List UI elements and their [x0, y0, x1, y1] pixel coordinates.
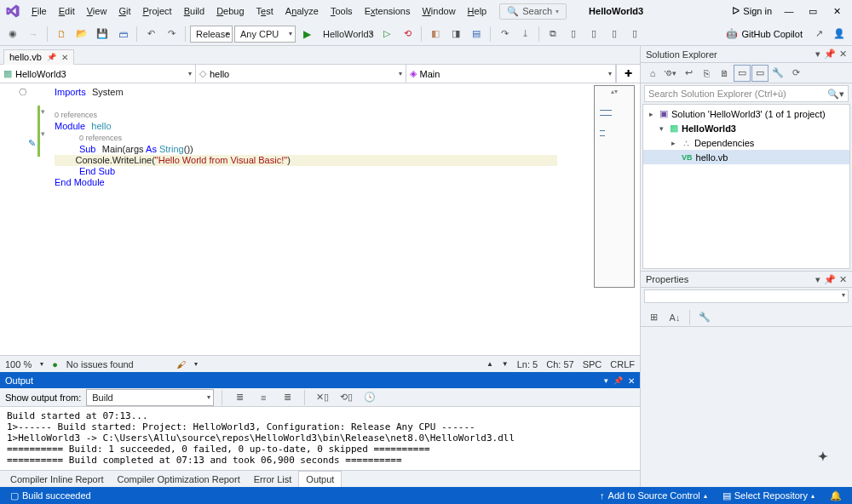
se-back-button[interactable]: ↩ [680, 65, 697, 82]
overview-ruler[interactable]: ▴▾ [594, 85, 635, 288]
menu-view[interactable]: View [81, 3, 113, 19]
close-button[interactable]: ✕ [825, 2, 849, 20]
se-showall-button[interactable]: 🗎 [716, 65, 733, 82]
expand-icon[interactable]: ▾ [657, 124, 666, 133]
menu-tools[interactable]: Tools [325, 3, 359, 19]
menu-analyze[interactable]: Analyze [279, 3, 325, 19]
zoom-level[interactable]: 100 % [5, 359, 32, 369]
tree-project[interactable]: ▾ ▩ HelloWorld3 [643, 121, 849, 135]
tool-3[interactable]: ▤ [467, 25, 486, 43]
tab-error-list[interactable]: Error List [247, 472, 299, 487]
document-tab-hello[interactable]: hello.vb 📌 ✕ [3, 49, 74, 65]
tab-compiler-inline[interactable]: Compiler Inline Report [3, 472, 110, 487]
platform-combo[interactable]: Any CPU [234, 26, 296, 43]
tool-1[interactable]: ◧ [426, 25, 445, 43]
account-button[interactable]: 👤 [830, 25, 849, 43]
menu-extensions[interactable]: Extensions [359, 3, 417, 19]
se-tool-b[interactable]: ▭ [751, 65, 769, 82]
outline-collapse-2[interactable]: ▾ [41, 129, 45, 138]
code-text[interactable]: Imports System 0 references Module hello… [44, 83, 592, 355]
nav-back-button[interactable]: ◉ [3, 25, 22, 43]
split-icon[interactable]: ▴▾ [595, 88, 634, 95]
new-project-button[interactable]: 🗋 [52, 25, 71, 43]
tool-6[interactable]: ▯ [584, 25, 603, 43]
menu-project[interactable]: Project [136, 3, 177, 19]
chevron-down-icon[interactable]: ▾ [604, 376, 608, 385]
se-tool-c[interactable]: ⟳ [787, 65, 804, 82]
output-text[interactable]: Build started at 07:13... 1>------ Build… [0, 407, 640, 470]
se-tool-a[interactable]: ▭ [734, 65, 751, 82]
tree-file-hello[interactable]: VB hello.vb [643, 150, 849, 164]
properties-object-combo[interactable] [644, 289, 849, 303]
resize-handle-icon[interactable]: ✦ [818, 450, 828, 463]
sb-select-repo[interactable]: ▤ Select Repository ▴ [719, 490, 818, 501]
open-button[interactable]: 📂 [72, 25, 91, 43]
nav-up-icon[interactable]: ▲ [486, 360, 493, 368]
se-search-input[interactable]: Search Solution Explorer (Ctrl+ù) 🔍▾ [644, 85, 849, 102]
close-icon[interactable]: ✕ [839, 274, 847, 285]
se-wrench-button[interactable]: 🔧 [769, 65, 786, 82]
menu-window[interactable]: Window [416, 3, 461, 19]
expand-icon[interactable]: ▸ [669, 139, 678, 147]
out-tool-3[interactable]: ≣ [278, 388, 296, 407]
lightbulb-icon[interactable]: ✎ [28, 138, 36, 149]
start-debug-button[interactable]: ▶ [297, 25, 316, 43]
start-nodebug-button[interactable]: ▷ [377, 25, 396, 43]
maximize-button[interactable]: ▭ [801, 2, 825, 20]
out-time-button[interactable]: 🕓 [360, 388, 379, 407]
code-editor[interactable]: ⎔ ✎ ▾ ▾ Imports System 0 references Modu… [0, 83, 640, 355]
issues-label[interactable]: No issues found [66, 359, 134, 369]
menu-git[interactable]: Git [112, 3, 136, 19]
indent-mode[interactable]: SPC [583, 359, 602, 369]
properties-header[interactable]: Properties ▾📌✕ [641, 271, 852, 288]
close-icon[interactable]: ✕ [628, 376, 635, 386]
menu-help[interactable]: Help [462, 3, 493, 19]
tool-5[interactable]: ▯ [564, 25, 583, 43]
menu-test[interactable]: Test [250, 3, 279, 19]
tab-output[interactable]: Output [298, 471, 342, 488]
tool-8[interactable]: ▯ [625, 25, 644, 43]
out-wrap-button[interactable]: ⟲▯ [337, 388, 355, 407]
menu-debug[interactable]: Debug [210, 3, 250, 19]
chevron-down-icon[interactable]: ▾ [815, 274, 820, 285]
step-over-button[interactable]: ↷ [495, 25, 514, 43]
out-clear-button[interactable]: ✕▯ [313, 388, 331, 407]
se-tree[interactable]: ▸ ▣ Solution 'HelloWorld3' (1 of 1 proje… [642, 104, 850, 269]
tree-solution-root[interactable]: ▸ ▣ Solution 'HelloWorld3' (1 of 1 proje… [643, 106, 849, 121]
expand-icon[interactable]: ▸ [647, 110, 656, 118]
save-button[interactable]: 💾 [93, 25, 112, 43]
output-source-combo[interactable]: Build [86, 389, 214, 406]
tree-dependencies[interactable]: ▸ ⛬ Dependencies [643, 135, 849, 150]
undo-button[interactable]: ↶ [141, 25, 160, 43]
search-box[interactable]: 🔍 Search ▾ [499, 3, 567, 20]
tool-2[interactable]: ◨ [446, 25, 465, 43]
line-ending[interactable]: CRLF [610, 359, 635, 369]
config-combo[interactable]: Release [190, 26, 233, 43]
close-icon[interactable]: ✕ [839, 49, 847, 60]
pin-icon[interactable]: 📌 [613, 376, 623, 385]
se-views-button[interactable]: '⚙▾ [662, 65, 679, 82]
char-indicator[interactable]: Ch: 57 [546, 359, 573, 369]
se-home-button[interactable]: ⌂ [644, 65, 661, 82]
outline-collapse-1[interactable]: ▾ [41, 107, 45, 116]
redo-button[interactable]: ↷ [162, 25, 181, 43]
nav-class[interactable]: ◇ hello [196, 65, 406, 83]
hot-reload-button[interactable]: ⟲ [398, 25, 417, 43]
paintbrush-icon[interactable]: 🖌 [176, 359, 186, 369]
chevron-down-icon[interactable]: ▾ [815, 49, 820, 60]
tab-compiler-opt[interactable]: Compiler Optimization Report [110, 472, 246, 487]
pin-icon[interactable]: 📌 [824, 274, 836, 285]
start-target-combo[interactable]: HelloWorld3 [318, 26, 376, 43]
out-tool-2[interactable]: ≡ [254, 388, 273, 407]
prop-wrench-button[interactable]: 🔧 [695, 308, 714, 327]
close-icon[interactable]: ✕ [61, 53, 68, 62]
sb-add-source-control[interactable]: ↑ Add to Source Control ▴ [596, 490, 711, 501]
step-into-button[interactable]: ⤓ [515, 25, 534, 43]
menu-file[interactable]: File [26, 3, 53, 19]
tool-7[interactable]: ▯ [605, 25, 624, 43]
out-tool-1[interactable]: ≣ [230, 388, 249, 407]
nav-member[interactable]: ◈ Main [406, 65, 617, 83]
sb-build-status[interactable]: ▢ Build succeeded [7, 490, 95, 501]
nav-split-button[interactable]: ✚ [616, 65, 640, 83]
nav-fwd-button[interactable]: → [24, 25, 43, 43]
